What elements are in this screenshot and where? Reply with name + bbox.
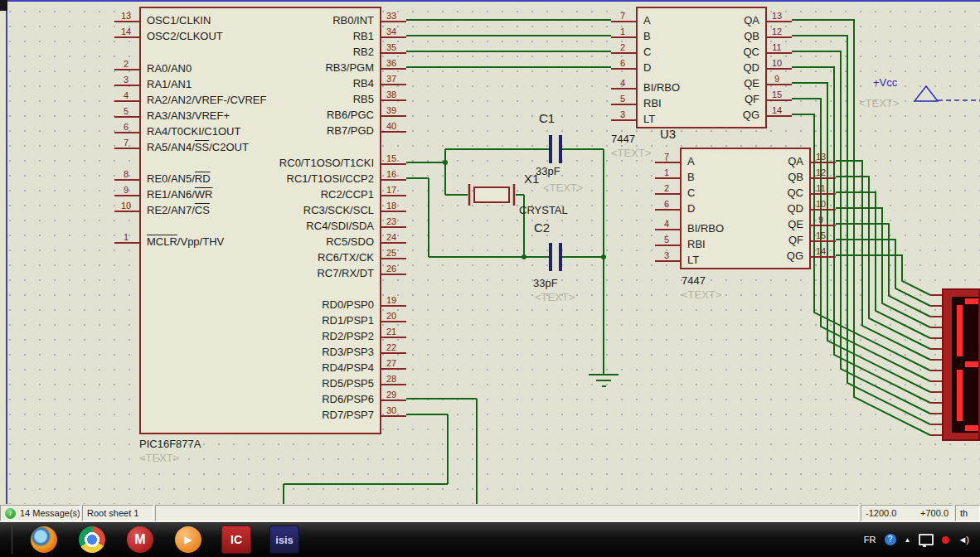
help-icon[interactable]: ?	[885, 534, 896, 545]
pin-stub[interactable]	[809, 240, 836, 242]
pin-row[interactable]: 12QB	[682, 170, 809, 186]
chrome-icon[interactable]	[75, 525, 109, 555]
pin-stub[interactable]	[380, 400, 406, 401]
pin-stub[interactable]	[380, 242, 406, 244]
pin-row[interactable]: 10QD	[682, 201, 809, 217]
mcafee-icon[interactable]: M	[124, 525, 157, 555]
pin-row[interactable]: 36RB3/PGM	[141, 61, 380, 76]
message-count-panel[interactable]: i 14 Message(s)	[0, 505, 80, 521]
pin-row[interactable]: 13QA	[638, 13, 765, 29]
pin-stub[interactable]	[809, 256, 836, 258]
pin-row[interactable]: 14QG	[682, 249, 809, 264]
pin-stub[interactable]	[611, 119, 638, 121]
pin-row[interactable]: 25RC6/TX/CK	[141, 250, 380, 266]
pin-row[interactable]: 13QA	[682, 154, 809, 170]
pin-stub[interactable]	[809, 177, 836, 179]
pin-row[interactable]: 28RD5/PSP5	[141, 376, 380, 392]
pin-row[interactable]: 37RB4	[141, 76, 380, 92]
pin-row[interactable]: 26RC7/RX/DT	[141, 266, 380, 282]
pin-stub[interactable]	[380, 211, 406, 212]
pin-stub[interactable]	[380, 84, 406, 85]
pin-stub[interactable]	[380, 274, 406, 275]
pin-stub[interactable]	[765, 36, 792, 38]
pin-stub[interactable]	[655, 209, 682, 211]
pic16f877a-chip[interactable]: 13OSC1/CLKIN14OSC2/CLKOUT2RA0/AN03RA1/AN…	[139, 7, 381, 434]
pin-stub[interactable]	[765, 115, 792, 117]
pin-row[interactable]: 14QG	[638, 108, 765, 124]
crystal[interactable]	[469, 184, 514, 206]
pin-stub[interactable]	[380, 115, 406, 117]
pin-stub[interactable]	[765, 68, 792, 70]
show-hidden-icons-icon[interactable]: ▲	[905, 536, 911, 544]
pin-stub[interactable]	[611, 52, 638, 54]
pin-row[interactable]: 15QF	[682, 233, 809, 249]
pin-stub[interactable]	[114, 211, 141, 212]
pin-row[interactable]: 29RD6/PSP6	[141, 392, 380, 408]
pin-stub[interactable]	[655, 162, 682, 163]
pin-row[interactable]: 27RD4/PSP4	[141, 361, 380, 376]
pin-stub[interactable]	[809, 162, 836, 163]
pin-stub[interactable]	[380, 258, 406, 259]
wire-u2-outputs[interactable]	[792, 20, 930, 435]
pin-stub[interactable]	[114, 179, 141, 181]
pin-row[interactable]: 9QE	[638, 76, 765, 92]
volume-icon[interactable]: ◄)	[958, 535, 968, 545]
pin-row[interactable]: 30RD7/PSP7	[141, 408, 380, 424]
pin-stub[interactable]	[114, 242, 141, 244]
pin-stub[interactable]	[765, 84, 792, 85]
decoder-7447-u3[interactable]: 7A1B2C6D4BI/RBO5RBI3LT 13QA12QB11QC10QD9…	[680, 148, 811, 269]
pin-row[interactable]: 7RA5/AN4/SS/C2OUT	[141, 140, 380, 156]
seven-segment-display[interactable]	[942, 288, 980, 441]
pin-stub[interactable]	[114, 132, 141, 133]
pin-stub[interactable]	[380, 52, 406, 54]
pin-stub[interactable]	[114, 69, 141, 70]
pin-stub[interactable]	[765, 99, 792, 101]
pin-stub[interactable]	[380, 99, 406, 101]
proteus-icon[interactable]: IC	[220, 525, 253, 555]
capacitor-c1[interactable]	[551, 135, 560, 163]
decoder-7447-u2[interactable]: 7A1B2C6D4BI/RBO5RBI3LT 13QA12QB11QC10QD9…	[636, 7, 767, 128]
pin-stub[interactable]	[114, 21, 141, 22]
pin-stub[interactable]	[380, 368, 406, 370]
pin-row[interactable]: 15RC0/T1OSO/T1CKI	[141, 156, 380, 172]
pin-stub[interactable]	[655, 229, 682, 230]
pin-row[interactable]: 38RB5	[141, 92, 380, 108]
pin-row[interactable]: 33RB0/INT	[141, 13, 380, 29]
pin-stub[interactable]	[380, 305, 406, 307]
display-settings-icon[interactable]	[919, 534, 934, 545]
pin-row[interactable]: 24RC5/SDO	[141, 235, 380, 250]
pin-row[interactable]: 11QC	[638, 45, 765, 61]
ground-symbol[interactable]	[589, 375, 619, 386]
antivirus-tray-icon[interactable]	[942, 536, 949, 544]
pin-stub[interactable]	[809, 193, 836, 195]
pin-stub[interactable]	[114, 100, 141, 102]
pin-stub[interactable]	[611, 21, 638, 22]
pin-row[interactable]: 15QF	[638, 92, 765, 108]
pin-stub[interactable]	[380, 21, 406, 22]
pin-stub[interactable]	[611, 88, 638, 90]
pin-stub[interactable]	[380, 415, 406, 417]
pin-stub[interactable]	[655, 177, 682, 179]
media-player-icon[interactable]: ▶	[172, 525, 205, 555]
pin-stub[interactable]	[114, 116, 141, 118]
pin-row[interactable]: 35RB2	[141, 45, 380, 61]
pin-stub[interactable]	[809, 209, 836, 211]
pin-stub[interactable]	[611, 36, 638, 38]
pin-row[interactable]: 39RB6/PGC	[141, 108, 380, 124]
capacitor-c2[interactable]	[551, 243, 560, 271]
pin-stub[interactable]	[380, 226, 406, 228]
pin-stub[interactable]	[655, 245, 682, 246]
pin-stub[interactable]	[809, 225, 836, 226]
pin-stub[interactable]	[765, 21, 792, 22]
pin-stub[interactable]	[611, 104, 638, 105]
pin-stub[interactable]	[380, 352, 406, 354]
pin-stub[interactable]	[380, 195, 406, 196]
pin-stub[interactable]	[655, 260, 682, 262]
pin-row[interactable]: 10QD	[638, 61, 765, 76]
pin-stub[interactable]	[611, 68, 638, 70]
pin-stub[interactable]	[380, 68, 406, 70]
pin-row[interactable]: 11QC	[682, 186, 809, 201]
vcc-terminal[interactable]	[915, 86, 980, 101]
pin-stub[interactable]	[655, 193, 682, 195]
pin-row[interactable]: 19RD0/PSP0	[141, 298, 380, 313]
